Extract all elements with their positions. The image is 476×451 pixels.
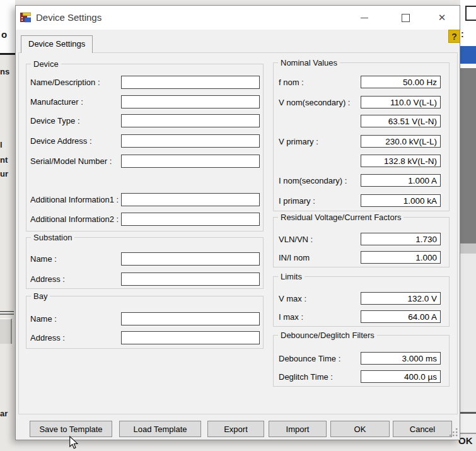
field-row: Address : (26, 331, 263, 345)
background-text-fragment: ns (0, 67, 9, 76)
manufacturer-input[interactable] (121, 95, 260, 108)
background-backdrop (460, 68, 476, 243)
field-row: Device Address : (26, 134, 263, 148)
mouse-cursor (68, 435, 82, 450)
help-button[interactable]: ? (448, 30, 460, 43)
field-row: Name/Description : (26, 76, 263, 90)
field-label: Manufacturer : (30, 97, 83, 107)
additional-information1-input[interactable] (121, 193, 260, 206)
title-bar: Device Settings ✕ (16, 6, 460, 30)
field-row: f nom : (274, 76, 449, 90)
field-row: VLN/VN : (274, 233, 449, 247)
field-label: Deglitch Time : (279, 372, 333, 382)
screen: o ns l nt ur ar : OK (0, 0, 476, 451)
field-label: I nom(secondary) : (279, 176, 347, 185)
group-title: Debounce/Deglitch Filters (278, 331, 377, 340)
field-label: Serial/Model Number : (30, 156, 112, 166)
field-row (274, 115, 449, 129)
group-title: Nominal Values (278, 58, 340, 67)
background-band (460, 243, 476, 254)
v-nom-secondary-ln-input[interactable] (361, 115, 441, 127)
field-label: V nom(secondary) : (279, 98, 350, 107)
name-description-input[interactable] (121, 76, 260, 89)
i-nom-secondary-input[interactable] (361, 174, 441, 187)
v-primary-ll-input[interactable] (361, 135, 441, 148)
ok-button[interactable]: OK (330, 421, 390, 437)
field-label: Device Type : (30, 116, 80, 126)
i-primary-input[interactable] (361, 194, 441, 207)
field-label: Device Address : (30, 136, 92, 146)
background-ok-button-fragment[interactable]: OK (458, 435, 473, 446)
field-label: Name/Description : (30, 78, 100, 87)
minimize-icon (361, 18, 368, 18)
v-max-input[interactable] (361, 292, 441, 305)
field-label: IN/I nom (279, 253, 310, 262)
serial-model-number-input[interactable] (121, 155, 260, 168)
background-divider (460, 64, 476, 68)
v-nom-secondary-ll-input[interactable] (361, 96, 441, 108)
group-debounce-deglitch: Debounce/Deglitch Filters Debounce Time … (273, 335, 450, 387)
field-label: Address : (30, 274, 65, 284)
vln-vn-input[interactable] (361, 233, 441, 245)
field-label: Debounce Time : (279, 354, 340, 363)
tab-device-settings[interactable]: Device Settings (21, 35, 93, 53)
substation-name-input[interactable] (121, 252, 260, 266)
background-divider (0, 53, 15, 55)
in-i-nom-input[interactable] (361, 251, 441, 264)
field-label: V primary : (279, 137, 318, 146)
bay-address-input[interactable] (121, 331, 260, 344)
background-text-fragment: : (461, 29, 464, 39)
load-template-button[interactable]: Load Template (119, 421, 201, 437)
field-row: Device Type : (26, 114, 263, 128)
resize-grip[interactable] (450, 428, 458, 437)
group-substation: Substation Name : Address : (26, 237, 264, 289)
maximize-button[interactable] (395, 6, 417, 30)
field-row: IN/I nom (274, 251, 449, 265)
selected-row-fragment (460, 46, 476, 64)
checkbox-fragment[interactable] (465, 6, 476, 21)
field-label: I max : (279, 312, 303, 322)
device-type-input[interactable] (121, 114, 260, 127)
additional-information2-input[interactable] (121, 213, 260, 226)
field-label: V max : (279, 294, 306, 303)
v-primary-ln-input[interactable] (361, 155, 441, 167)
deglitch-time-input[interactable] (361, 370, 441, 383)
field-label: Name : (30, 314, 57, 324)
field-row (274, 155, 449, 168)
close-button[interactable]: ✕ (431, 6, 453, 30)
group-bay: Bay Name : Address : (26, 296, 264, 349)
group-limits: Limits V max : I max : (273, 276, 450, 327)
field-row: Address : (26, 272, 263, 286)
minimize-button[interactable] (354, 6, 375, 30)
group-title: Limits (278, 272, 305, 281)
field-row: Name : (26, 252, 263, 266)
group-title: Residual Voltage/Current Factors (278, 213, 403, 222)
f-nom-input[interactable] (361, 76, 441, 88)
field-row: I primary : (274, 194, 449, 208)
window-title: Device Settings (36, 12, 102, 23)
cancel-button[interactable]: Cancel (393, 421, 452, 437)
background-divider (460, 433, 476, 434)
group-device: Device Name/Description : Manufacturer :… (26, 64, 264, 231)
field-row: V max : (274, 292, 449, 306)
background-panel (0, 0, 15, 53)
background-button-fragment (0, 319, 12, 344)
bay-name-input[interactable] (121, 312, 260, 325)
i-max-input[interactable] (361, 310, 441, 323)
field-row: I max : (274, 310, 449, 324)
field-row: Serial/Model Number : (26, 155, 263, 168)
field-row: Additional Information2 : (26, 213, 263, 226)
substation-address-input[interactable] (121, 272, 260, 286)
group-title: Device (31, 59, 61, 69)
debounce-time-input[interactable] (361, 352, 441, 365)
background-band (460, 414, 476, 433)
import-button[interactable]: Import (269, 421, 327, 437)
export-button[interactable]: Export (207, 421, 264, 437)
background-text-fragment: ar (0, 409, 8, 418)
maximize-icon (402, 14, 410, 22)
device-address-input[interactable] (121, 134, 260, 148)
field-label: Address : (30, 333, 65, 343)
field-row: Deglitch Time : (274, 370, 449, 384)
field-row: V primary : (274, 135, 449, 149)
field-label: Name : (30, 254, 57, 264)
